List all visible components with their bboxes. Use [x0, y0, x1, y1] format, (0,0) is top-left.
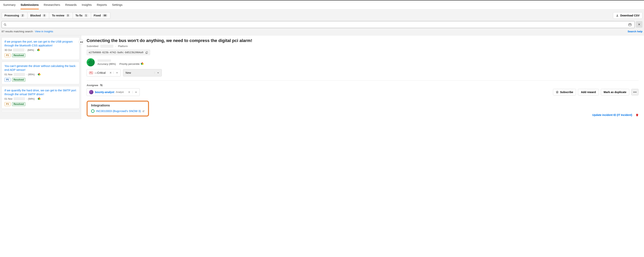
date-picker-button[interactable]	[627, 22, 632, 27]
tab-researchers[interactable]: Researchers	[44, 0, 60, 9]
priority-badge: P5	[4, 78, 10, 82]
integration-link[interactable]: INC0010003 (Bugcrowd's SNOW 3)	[91, 109, 144, 113]
tab-reports[interactable]: Reports	[97, 0, 107, 9]
download-csv-label: Download CSV	[620, 14, 640, 17]
priority-dropdown-toggle[interactable]	[113, 72, 120, 74]
view-in-insights-link[interactable]: View in Insights	[35, 30, 53, 33]
delete-integration-button[interactable]	[636, 113, 638, 116]
copy-id-button[interactable]	[145, 51, 148, 54]
list-item-title[interactable]: If we program the port, we can get to th…	[4, 40, 76, 47]
assignee-name[interactable]: bounty-analyst	[95, 91, 114, 94]
filter-label: Fixed	[94, 14, 101, 17]
add-reward-button[interactable]: Add reward	[578, 89, 599, 95]
reporter-row: Accuracy (86%) Priority percentile	[86, 58, 638, 66]
list-item[interactable]: If we program the port, we can get to th…	[2, 37, 80, 60]
list-item[interactable]: If we quantify the hard drive, we can ge…	[2, 86, 80, 109]
tab-insights[interactable]: Insights	[82, 0, 92, 9]
filter-label: To fix	[76, 14, 82, 17]
submissions-list: ▶ ◀ If we program the port, we can get t…	[0, 35, 81, 119]
assignee-label: Assignee	[86, 84, 638, 87]
subscribe-button[interactable]: Subscribe	[553, 89, 576, 95]
collapse-list-button[interactable]: ▶ ◀	[79, 39, 84, 44]
status-filters: Processing 2 Blocked 0 To review 3 To fi…	[2, 12, 110, 19]
clear-assignee-button[interactable]: ✕	[126, 91, 132, 94]
filter-label: To review	[52, 14, 64, 17]
clear-priority-button[interactable]: ✕	[108, 71, 113, 74]
filter-label: Processing	[4, 14, 19, 17]
kebab-icon	[633, 92, 636, 92]
priority-cube-icon	[141, 62, 144, 65]
svg-rect-2	[146, 51, 148, 53]
priority-badge: P3	[4, 102, 10, 106]
more-actions-button[interactable]	[631, 89, 638, 95]
state-dropdown-toggle[interactable]	[154, 72, 162, 74]
update-incident-link[interactable]: Update incident ID (IT Incident)	[592, 113, 632, 116]
svg-point-6	[636, 92, 636, 92]
filter-fixed[interactable]: Fixed 68	[91, 12, 111, 19]
chevron-down-icon	[157, 72, 159, 74]
servicenow-icon	[91, 109, 94, 113]
priority-text: —Critical	[94, 71, 106, 74]
chevron-down-icon	[135, 91, 137, 93]
reporter-name[interactable]	[98, 59, 111, 62]
filter-to-fix[interactable]: To fix 1	[73, 12, 91, 19]
priority-select[interactable]: P1 —Critical ✕	[86, 69, 121, 76]
assignee-dropdown-toggle[interactable]	[132, 91, 140, 93]
results-summary: 87 results matching search · View in Ins…	[2, 30, 53, 33]
reporter-avatar[interactable]	[86, 58, 95, 66]
trash-icon	[636, 113, 638, 116]
filter-count: 68	[102, 14, 108, 17]
tab-settings[interactable]: Settings	[112, 0, 122, 9]
clear-search-button[interactable]	[636, 21, 642, 28]
star-icon	[556, 91, 558, 93]
assignee-role: Analyst	[116, 91, 124, 93]
svg-rect-1	[629, 24, 631, 26]
clipboard-icon	[145, 51, 148, 54]
status-badge: Resolved	[12, 102, 26, 106]
tab-rewards[interactable]: Rewards	[65, 0, 77, 9]
results-count-text: 87 results matching search	[2, 30, 33, 33]
filter-count: 3	[66, 14, 70, 17]
filter-to-review[interactable]: To review 3	[49, 12, 72, 19]
tab-summary[interactable]: Summary	[3, 0, 16, 9]
list-item[interactable]: You can't generate the driver without ca…	[2, 62, 80, 84]
priority-cube-icon	[38, 73, 40, 76]
integration-link-text: INC0010003 (Bugcrowd's SNOW 3)	[96, 110, 141, 113]
assignee-avatar	[89, 90, 94, 94]
mark-duplicate-button[interactable]: Mark as duplicate	[601, 89, 630, 95]
priority-cube-icon	[38, 98, 40, 100]
priority-cube-icon	[37, 49, 40, 51]
reporter-accuracy: Accuracy (86%)	[98, 62, 116, 65]
reporter-priority-percentile: Priority percentile	[119, 62, 143, 65]
search-input[interactable]	[8, 21, 626, 28]
calendar-icon	[628, 23, 632, 26]
search-help-link[interactable]: Search help	[628, 30, 642, 33]
list-item-meta: 30 Oct xxxxxxxxx · (84%) ·	[4, 48, 76, 51]
list-item-title[interactable]: If we quantify the hard drive, we can ge…	[4, 89, 76, 96]
search-icon	[4, 23, 6, 26]
filter-blocked[interactable]: Blocked 0	[27, 12, 49, 19]
priority-tag: P1	[89, 72, 93, 74]
list-item-title[interactable]: You can't generate the driver without ca…	[4, 64, 76, 72]
list-item-meta: 01 Nov xxxxxxxxx · (95%) ·	[4, 73, 76, 76]
svg-point-5	[634, 92, 635, 92]
top-nav: Summary Submissions Researchers Rewards …	[0, 0, 644, 9]
state-select[interactable]: New	[123, 69, 162, 76]
submission-meta: Submitted xxxxxxxxxx · Platform	[86, 45, 638, 48]
status-badge: Resolved	[12, 78, 26, 82]
download-csv-button[interactable]: Download CSV	[613, 12, 642, 19]
integrations-highlight: Integrations INC0010003 (Bugcrowd's SNOW…	[86, 101, 149, 116]
filter-processing[interactable]: Processing 2	[2, 12, 27, 19]
list-item[interactable]	[2, 110, 80, 112]
state-text: New	[126, 71, 131, 74]
filter-count: 2	[20, 14, 24, 17]
status-badge: Resolved	[12, 53, 26, 57]
chevron-down-icon	[116, 72, 118, 74]
eye-off-icon	[100, 84, 103, 87]
search-field[interactable]	[2, 21, 635, 28]
list-item-meta: 01 Nov xxxxxxxxx · (94%) ·	[4, 97, 76, 100]
filter-count: 0	[42, 14, 46, 17]
assignee-select[interactable]: bounty-analyst Analyst ✕	[86, 88, 140, 96]
submission-title: Connecting the bus won't do anything, we…	[86, 38, 638, 43]
tab-submissions[interactable]: Submissions	[20, 0, 38, 9]
